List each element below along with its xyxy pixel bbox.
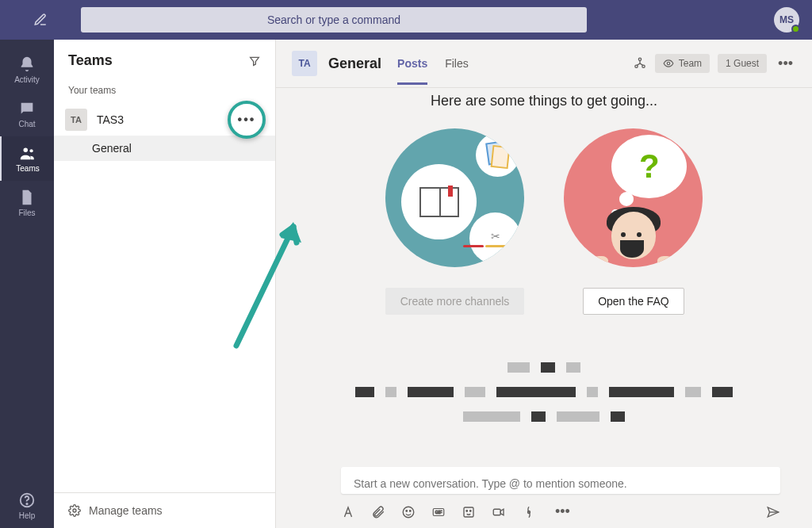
format-icon[interactable] [341, 505, 355, 519]
svg-point-6 [638, 58, 641, 60]
rail-chat[interactable]: Chat [0, 92, 54, 136]
create-channels-button[interactable]: Create more channels [385, 288, 525, 315]
compose-input[interactable] [354, 477, 768, 490]
presence-available-icon [791, 25, 800, 33]
rail-files[interactable]: Files [0, 181, 54, 225]
manage-teams-button[interactable]: Manage teams [54, 492, 275, 528]
teams-icon [19, 144, 36, 162]
svg-point-1 [29, 149, 33, 152]
svg-text:GIF: GIF [435, 510, 442, 515]
open-faq-button[interactable]: Open the FAQ [583, 288, 684, 315]
teams-panel: Teams Your teams TA TAS3 ••• General Man… [54, 40, 276, 528]
svg-point-10 [403, 507, 414, 518]
tab-files[interactable]: Files [445, 54, 469, 85]
org-icon[interactable] [633, 56, 647, 71]
svg-point-17 [470, 510, 472, 511]
svg-point-5 [73, 509, 76, 512]
channel-tile: TA [292, 51, 317, 76]
eye-icon [663, 58, 674, 69]
send-icon[interactable] [766, 505, 780, 519]
compose-new-button[interactable] [13, 13, 68, 27]
meet-now-icon[interactable] [492, 505, 506, 519]
app-rail: Activity Chat Teams Files Help [0, 40, 54, 528]
tab-posts[interactable]: Posts [397, 54, 427, 85]
team-row[interactable]: TA TAS3 ••• [54, 104, 275, 136]
current-user-avatar[interactable]: MS [774, 7, 799, 33]
channel-view: TA General Posts Files Team 1 Guest ••• … [276, 40, 812, 528]
svg-rect-18 [493, 509, 500, 515]
svg-point-11 [406, 510, 408, 511]
channel-header: TA General Posts Files Team 1 Guest ••• [276, 40, 812, 88]
question-mark-icon: ? [639, 147, 660, 186]
team-tile: TA [65, 109, 87, 131]
bell-icon [18, 55, 36, 73]
help-icon [18, 492, 36, 509]
teams-title: Teams [68, 52, 113, 69]
chat-icon [18, 100, 36, 117]
privacy-team-badge[interactable]: Team [655, 54, 710, 73]
file-icon [18, 189, 36, 206]
rail-activity[interactable]: Activity [0, 48, 54, 92]
stream-icon[interactable] [522, 505, 536, 519]
team-name: TAS3 [97, 113, 124, 126]
svg-rect-15 [464, 507, 473, 517]
channel-title: General [328, 55, 381, 72]
sticker-icon[interactable] [462, 505, 476, 519]
svg-point-3 [26, 503, 27, 504]
rail-help[interactable]: Help [0, 484, 54, 528]
compose-box[interactable] [341, 467, 780, 494]
compose-icon [33, 13, 48, 27]
guest-count-badge[interactable]: 1 Guest [718, 54, 767, 73]
redacted-post [355, 362, 733, 422]
svg-point-0 [24, 148, 29, 153]
gif-icon[interactable]: GIF [431, 505, 446, 519]
get-going-heading: Here are some things to get going... [431, 93, 657, 109]
rail-teams[interactable]: Teams [0, 136, 54, 181]
card-create-channels: ✂ Create more channels [385, 128, 525, 315]
emoji-icon[interactable] [401, 505, 416, 519]
team-more-options-button[interactable]: ••• [228, 101, 266, 139]
svg-point-16 [466, 510, 468, 511]
channel-general[interactable]: General [54, 136, 275, 161]
compose-more-button[interactable]: ••• [552, 503, 573, 520]
svg-point-12 [410, 510, 412, 511]
card-open-faq: ? Open the FAQ [564, 128, 703, 315]
compose-toolbar: GIF ••• [276, 499, 812, 528]
top-bar: Search or type a command MS [0, 0, 812, 40]
channels-illustration: ✂ [385, 128, 524, 267]
svg-point-9 [667, 62, 670, 65]
filter-icon[interactable] [248, 55, 261, 67]
attach-icon[interactable] [371, 505, 385, 519]
search-input[interactable]: Search or type a command [81, 7, 587, 33]
search-placeholder: Search or type a command [267, 13, 400, 26]
gear-icon [68, 504, 81, 517]
channel-more-button[interactable]: ••• [775, 55, 796, 72]
faq-illustration: ? [564, 128, 703, 267]
